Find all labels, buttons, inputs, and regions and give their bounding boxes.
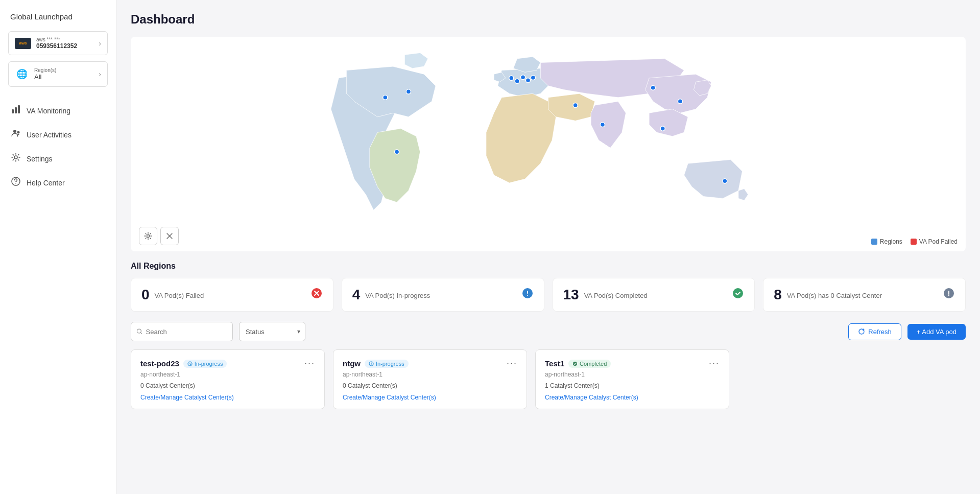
add-va-pod-button[interactable]: + Add VA pod [907, 324, 966, 340]
aws-logo-icon: aws [15, 38, 31, 49]
svg-point-14 [531, 75, 535, 80]
sidebar-item-settings[interactable]: Settings [4, 147, 112, 170]
add-va-pod-label: + Add VA pod [917, 328, 957, 336]
status-select-wrap[interactable]: Status All In-progress Completed Failed [239, 322, 305, 341]
pods-grid: test-pod23 In-progress ··· ap-northeast-… [131, 349, 966, 409]
pod-region-2: ap-northeast-1 [545, 371, 720, 378]
refresh-button[interactable]: Refresh [848, 323, 901, 340]
sidebar-item-user-activities[interactable]: User Activities [4, 123, 112, 146]
toolbar: Status All In-progress Completed Failed … [131, 322, 966, 341]
region-value: All [34, 73, 93, 81]
pod-more-button-1[interactable]: ··· [507, 358, 517, 369]
world-map [141, 47, 955, 241]
legend-regions-label: Regions [880, 238, 902, 245]
clock-icon-1 [369, 361, 374, 366]
region-selector[interactable]: 🌐 Region(s) All › [8, 61, 108, 87]
pod-link-0[interactable]: Create/Manage Catalyst Center(s) [140, 394, 234, 401]
pod-more-button-2[interactable]: ··· [709, 358, 720, 369]
pod-catalyst-1: 0 Catalyst Center(s) [343, 382, 517, 389]
search-input-wrap[interactable] [131, 322, 233, 341]
svg-rect-2 [18, 105, 20, 113]
svg-point-15 [573, 103, 578, 107]
refresh-label: Refresh [868, 328, 892, 336]
sidebar-nav: VA Monitoring User Activities Settings [0, 99, 116, 194]
sidebar-item-va-monitoring[interactable]: VA Monitoring [4, 99, 112, 122]
pod-link-2[interactable]: Create/Manage Catalyst Center(s) [545, 394, 638, 401]
stat-no-catalyst: 8 VA Pod(s) has 0 Catalyst Center [763, 278, 966, 312]
svg-point-8 [383, 95, 388, 100]
svg-rect-0 [12, 109, 14, 113]
clock-icon-0 [187, 361, 193, 366]
pod-region-0: ap-northeast-1 [140, 371, 315, 378]
svg-point-13 [525, 78, 530, 83]
account-label: aws *** *** [36, 37, 93, 42]
svg-point-7 [15, 183, 16, 184]
pod-catalyst-0: 0 Catalyst Center(s) [140, 382, 315, 389]
region-label: Region(s) [34, 67, 93, 73]
stat-inprogress-icon [521, 287, 534, 302]
pod-catalyst-2: 1 Catalyst Center(s) [545, 382, 720, 389]
pod-name-1: ntgw [343, 359, 361, 368]
legend-regions: Regions [871, 238, 902, 245]
legend-failed: VA Pod Failed [911, 238, 958, 245]
svg-point-19 [660, 126, 665, 131]
svg-point-18 [678, 99, 682, 104]
refresh-icon [858, 328, 865, 335]
stats-row: 0 VA Pod(s) Failed 4 VA Pod(s) In-progre… [131, 278, 966, 312]
sidebar-item-label-settings: Settings [27, 155, 53, 163]
svg-point-21 [395, 150, 399, 154]
region-chevron-icon: › [99, 70, 101, 78]
pod-link-1[interactable]: Create/Manage Catalyst Center(s) [343, 394, 436, 401]
svg-point-4 [17, 131, 20, 134]
pod-more-button-0[interactable]: ··· [304, 358, 315, 369]
pod-badge-2: Completed [568, 360, 611, 368]
map-card: Regions VA Pod Failed [131, 37, 966, 251]
stat-completed-label: VA Pod(s) Completed [584, 292, 648, 299]
settings-icon [10, 152, 21, 165]
app-name: Global Launchpad [0, 8, 116, 31]
pod-region-1: ap-northeast-1 [343, 371, 517, 378]
account-id: 059356112352 [36, 42, 93, 50]
stat-inprogress-number: 4 [352, 287, 361, 303]
account-selector[interactable]: aws aws *** *** 059356112352 › [8, 31, 108, 55]
svg-point-12 [521, 75, 525, 80]
stat-inprogress-label: VA Pod(s) In-progress [365, 292, 430, 299]
stat-failed: 0 VA Pod(s) Failed [131, 278, 333, 312]
stat-completed-number: 13 [563, 287, 579, 303]
sidebar-item-label-va-monitoring: VA Monitoring [27, 107, 70, 115]
svg-point-11 [515, 79, 519, 83]
pod-name-0: test-pod23 [140, 359, 179, 368]
svg-point-9 [406, 89, 411, 94]
search-input[interactable] [146, 328, 227, 336]
svg-point-30 [573, 362, 577, 366]
stat-failed-number: 0 [141, 287, 150, 303]
map-control-close-button[interactable] [160, 227, 179, 245]
va-monitoring-icon [10, 104, 21, 117]
pod-badge-1: In-progress [365, 360, 409, 368]
map-legend: Regions VA Pod Failed [871, 238, 958, 245]
sidebar-item-help-center[interactable]: Help Center [4, 171, 112, 194]
svg-point-10 [509, 76, 514, 80]
account-chevron-icon: › [99, 39, 101, 48]
stat-no-catalyst-icon [943, 287, 955, 302]
stat-inprogress: 4 VA Pod(s) In-progress [342, 278, 544, 312]
legend-failed-dot [911, 239, 917, 245]
stat-completed-icon [732, 287, 744, 302]
stat-completed: 13 VA Pod(s) Completed [553, 278, 755, 312]
page-title: Dashboard [131, 12, 966, 27]
pod-name-2: Test1 [545, 359, 564, 368]
status-select[interactable]: Status All In-progress Completed Failed [239, 322, 305, 341]
search-icon [136, 328, 143, 335]
svg-rect-1 [15, 107, 17, 113]
pod-badge-0: In-progress [183, 360, 227, 368]
svg-point-5 [14, 156, 17, 159]
globe-icon: 🌐 [15, 67, 29, 81]
stat-no-catalyst-label: VA Pod(s) has 0 Catalyst Center [787, 292, 882, 299]
sidebar: Global Launchpad aws aws *** *** 0593561… [0, 0, 116, 494]
pod-card-2: Test1 Completed ··· ap-northeast-1 1 Cat… [535, 349, 729, 409]
svg-point-3 [13, 130, 16, 133]
svg-point-16 [600, 122, 605, 127]
map-control-settings-button[interactable] [139, 227, 157, 245]
pod-card-1: ntgw In-progress ··· ap-northeast-1 0 Ca… [333, 349, 527, 409]
sidebar-item-label-help-center: Help Center [27, 179, 65, 187]
